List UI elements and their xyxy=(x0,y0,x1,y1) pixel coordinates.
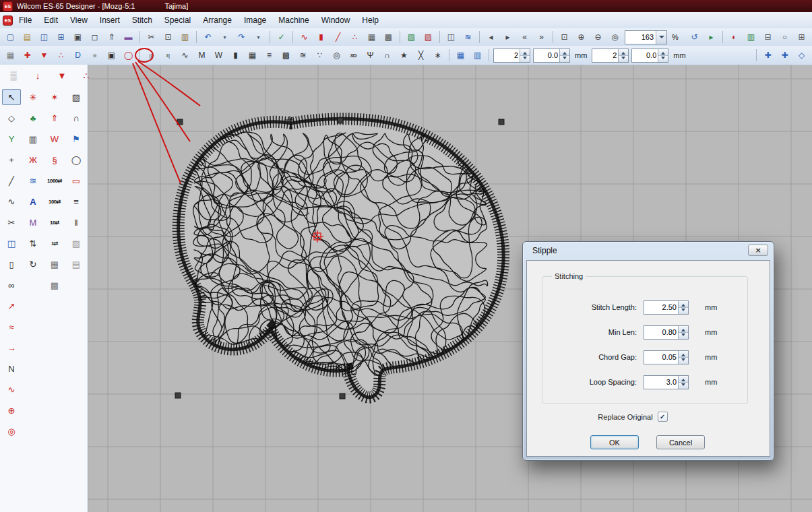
next-color-icon[interactable]: ▸ xyxy=(500,30,516,45)
freehand-tool[interactable]: ∿ xyxy=(2,381,21,397)
new-design-icon[interactable]: ▢ xyxy=(3,30,18,45)
paste-icon[interactable]: ▥ xyxy=(177,30,193,45)
print-icon[interactable]: ▣ xyxy=(70,30,86,45)
stitch-1-tool[interactable]: 1⇄ xyxy=(45,235,64,251)
underlay-length-spin-up[interactable] xyxy=(560,49,569,56)
plant-tool[interactable]: ♣ xyxy=(24,110,42,126)
selection-handle[interactable] xyxy=(338,118,343,123)
chord-gap-spin-down[interactable] xyxy=(679,358,688,364)
small-flower-tool[interactable]: ✶ xyxy=(45,89,64,105)
loop-tool[interactable]: ∞ xyxy=(2,277,21,293)
zoom-in-icon[interactable]: ⊕ xyxy=(573,30,589,45)
scatter-icon[interactable]: ∴ xyxy=(77,67,96,84)
export-machine-file-icon[interactable]: ⇑ xyxy=(104,30,119,45)
redo-dropdown-icon[interactable]: ▾ xyxy=(251,30,266,45)
pattern-run-icon[interactable]: ▥ xyxy=(470,48,485,63)
pull-comp-width-spin-down[interactable] xyxy=(658,56,668,62)
thread-chart-icon[interactable]: ▨ xyxy=(420,30,436,45)
pattern-stamp-icon[interactable]: ▦ xyxy=(453,48,468,63)
needle-points-icon[interactable]: ✚ xyxy=(20,48,35,63)
parallel-tool[interactable]: ‖ xyxy=(67,214,86,230)
polygon-select-tool[interactable]: ◇ xyxy=(2,110,21,126)
arc-tool[interactable]: ∩ xyxy=(67,110,86,126)
overlap-objects-icon[interactable]: ◫ xyxy=(443,30,459,45)
underlay-length-input[interactable] xyxy=(534,49,559,62)
pull-comp-field[interactable] xyxy=(592,49,629,63)
zoom-whole-design-icon[interactable]: ◎ xyxy=(607,30,623,45)
triple-run-icon[interactable]: ‖| xyxy=(160,48,176,63)
flower-tool[interactable]: ✳ xyxy=(24,89,42,105)
selection-handle[interactable] xyxy=(499,119,504,125)
dialog-close-button[interactable]: × xyxy=(748,245,768,256)
min-length-input[interactable] xyxy=(644,326,678,339)
underlay-spacing-spin-down[interactable] xyxy=(520,56,530,62)
design-window-icon[interactable]: ▦ xyxy=(3,48,18,63)
fur-effect-icon[interactable]: Ψ xyxy=(363,48,378,63)
lettering-tool[interactable]: A xyxy=(24,193,42,210)
tatami-icon[interactable]: ▦ xyxy=(245,48,260,63)
print-preview-icon[interactable]: ◻ xyxy=(87,30,102,45)
gray-block-tool[interactable]: ▤ xyxy=(67,256,86,272)
ellipse-tool[interactable]: ◯ xyxy=(67,152,86,168)
zigzag-tool[interactable]: ∿ xyxy=(2,193,21,210)
connectors-icon[interactable]: ▼ xyxy=(36,48,52,63)
ok-button[interactable]: OK xyxy=(590,435,639,449)
stem-tool[interactable]: W xyxy=(45,131,64,147)
mirror-tool[interactable]: ◫ xyxy=(2,235,21,251)
weave-tool[interactable]: Ж xyxy=(24,152,42,168)
stitch-length-spin-up[interactable] xyxy=(679,301,688,308)
copy-icon[interactable]: ⊡ xyxy=(160,30,176,45)
satin-stitch-icon[interactable]: ▮ xyxy=(313,30,329,45)
undo-dropdown-icon[interactable]: ▾ xyxy=(217,30,232,45)
menu-help[interactable]: Help xyxy=(356,13,385,28)
add-hole-tool[interactable]: ⊕ xyxy=(2,402,21,418)
end-design-icon[interactable]: » xyxy=(534,30,549,45)
monogram-tool[interactable]: M xyxy=(24,214,42,230)
zoom-combo[interactable] xyxy=(625,30,667,44)
loop-spacing-spin-down[interactable] xyxy=(679,383,688,389)
zoom-dropdown-icon[interactable] xyxy=(656,31,666,44)
underlay-length-field[interactable] xyxy=(533,49,570,63)
undo-icon[interactable]: ↶ xyxy=(200,30,216,45)
menu-file[interactable]: File xyxy=(13,13,38,28)
stitches-view-icon[interactable]: ∴ xyxy=(53,48,69,63)
ghost-outline-icon[interactable]: ● xyxy=(87,48,102,63)
motif-run-tool[interactable]: → xyxy=(2,340,21,356)
column-tool[interactable]: ▯ xyxy=(2,256,21,272)
zigzag-stitch-icon[interactable]: ∿ xyxy=(296,30,312,45)
sculpture-run-icon[interactable]: ∿ xyxy=(177,48,193,63)
pull-comp-width-spin-up[interactable] xyxy=(658,49,668,56)
auto-digitize-icon[interactable]: ✓ xyxy=(274,30,289,45)
menu-window[interactable]: Window xyxy=(315,13,356,28)
loop-spacing-spin-up[interactable] xyxy=(679,376,688,383)
auto-arrange-tool[interactable]: ↻ xyxy=(24,256,42,272)
menu-arrange[interactable]: Arrange xyxy=(197,13,238,28)
stop-marker-icon[interactable]: ▼ xyxy=(53,67,71,84)
underlay-length-spin-down[interactable] xyxy=(560,56,569,62)
hoop-icon[interactable]: ○ xyxy=(777,30,792,45)
stairs-tool[interactable]: ≡ xyxy=(67,193,86,210)
stitch-length-field[interactable] xyxy=(644,300,689,315)
center-design-icon[interactable]: ✚ xyxy=(777,48,792,63)
curve-tool[interactable]: N xyxy=(2,360,21,377)
stitch-1000-tool[interactable]: 1000⇄ xyxy=(45,172,64,189)
knife-tool[interactable]: ╱ xyxy=(2,172,21,189)
flag-tool[interactable]: ⚑ xyxy=(67,131,86,147)
pull-comp-width-field[interactable] xyxy=(631,49,668,63)
kiosk-tool[interactable]: ⇅ xyxy=(24,235,42,251)
run-tool[interactable]: ↗ xyxy=(2,298,21,314)
hatch-tool[interactable]: ▨ xyxy=(67,89,86,105)
menu-stitch[interactable]: Stitch xyxy=(126,13,158,28)
grid-toggle-icon[interactable]: ⊞ xyxy=(794,30,809,45)
menu-machine[interactable]: Machine xyxy=(272,13,315,28)
fill-stitch-icon[interactable]: ▦ xyxy=(364,30,379,45)
measure-tool[interactable]: + xyxy=(2,152,21,168)
selection-handle[interactable] xyxy=(177,119,183,125)
redraw-icon[interactable]: ↺ xyxy=(687,30,702,45)
rectangle-tool[interactable]: ▭ xyxy=(67,172,86,189)
min-length-spin-up[interactable] xyxy=(679,326,688,333)
menu-image[interactable]: Image xyxy=(238,13,272,28)
stitch-10-tool[interactable]: 10⇄ xyxy=(45,214,64,230)
sequence-icon[interactable]: ≋ xyxy=(460,30,476,45)
stipple-run-icon[interactable]: ▣ xyxy=(104,48,119,63)
